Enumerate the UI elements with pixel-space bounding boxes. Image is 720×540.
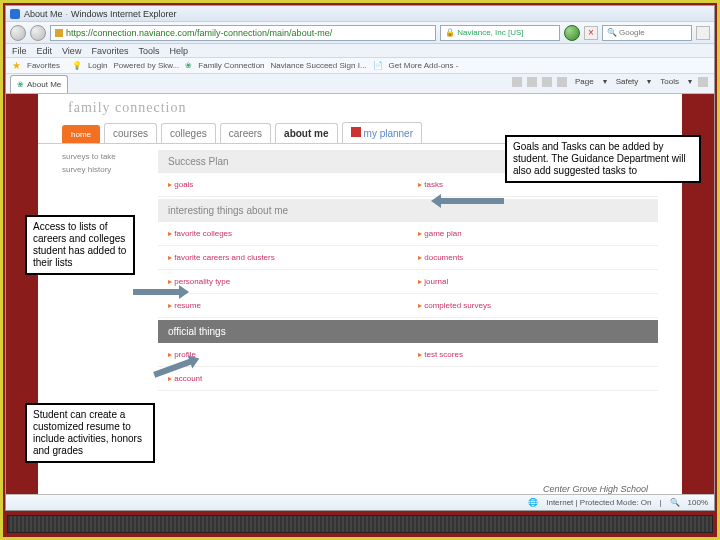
link-goals[interactable]: goals	[168, 178, 398, 191]
link-completed-surveys[interactable]: completed surveys	[418, 299, 648, 312]
tab-about-me[interactable]: about me	[275, 123, 337, 143]
lock-icon	[55, 29, 63, 37]
status-mode: Internet | Protected Mode: On	[546, 498, 651, 507]
link-test-scores[interactable]: test scores	[418, 348, 648, 361]
url-text: https://connection.naviance.com/family-c…	[66, 28, 332, 38]
callout-careers-colleges: Access to lists of careers and colleges …	[25, 215, 135, 275]
tab-label: About Me	[27, 80, 61, 89]
arrow-1	[133, 289, 181, 295]
back-button[interactable]	[10, 25, 26, 41]
refresh-button[interactable]	[564, 25, 580, 41]
search-placeholder: Google	[619, 28, 645, 37]
link-game-plan[interactable]: game plan	[418, 227, 648, 240]
toolbar-page[interactable]: Page	[572, 76, 597, 87]
search-go[interactable]	[696, 26, 710, 40]
url-identity: 🔒 Naviance, Inc [US]	[440, 25, 560, 41]
forward-button[interactable]	[30, 25, 46, 41]
link-resume[interactable]: resume	[168, 299, 398, 312]
browser-tab-active[interactable]: ❀ About Me	[10, 75, 68, 93]
section-interesting: interesting things about me	[158, 199, 658, 222]
planner-icon	[351, 127, 361, 137]
tab-colleges[interactable]: colleges	[161, 123, 216, 143]
taskbar	[7, 515, 713, 533]
url-input[interactable]: https://connection.naviance.com/family-c…	[50, 25, 436, 41]
help-icon[interactable]	[698, 77, 708, 87]
toolbar-tools[interactable]: Tools	[657, 76, 682, 87]
identity-text: Naviance, Inc [US]	[457, 28, 523, 37]
mail-icon[interactable]	[542, 77, 552, 87]
planner-label: my planner	[364, 128, 413, 139]
home-icon[interactable]	[512, 77, 522, 87]
school-name: Center Grove High School	[543, 484, 648, 494]
status-bar: 🌐Internet | Protected Mode: On | 🔍 100%	[6, 494, 714, 510]
favlink-1[interactable]: Powered by Skw...	[113, 61, 179, 70]
link-profile[interactable]: profile	[168, 348, 398, 361]
search-input[interactable]: 🔍Google	[602, 25, 692, 41]
window-title-suffix: Windows Internet Explorer	[71, 9, 177, 19]
navbar: https://connection.naviance.com/family-c…	[6, 22, 714, 44]
tab-careers[interactable]: careers	[220, 123, 271, 143]
sidebar-item-surveys[interactable]: surveys to take	[62, 152, 142, 161]
arrow-3	[439, 198, 504, 204]
link-documents[interactable]: documents	[418, 251, 648, 264]
toolbar-safety[interactable]: Safety	[613, 76, 642, 87]
feeds-icon[interactable]	[527, 77, 537, 87]
menu-tools[interactable]: Tools	[138, 46, 159, 56]
status-zoom[interactable]: 100%	[688, 498, 708, 507]
callout-resume: Student can create a customized resume t…	[25, 403, 155, 463]
page-title: family connection	[38, 94, 682, 122]
favlink-0[interactable]: Login	[88, 61, 108, 70]
link-favorite-careers[interactable]: favorite careers and clusters	[168, 251, 398, 264]
status-zoom-icon[interactable]: 🔍	[670, 498, 680, 507]
stop-button[interactable]: ×	[584, 26, 598, 40]
print-icon[interactable]	[557, 77, 567, 87]
link-personality-type[interactable]: personality type	[168, 275, 398, 288]
menu-favorites[interactable]: Favorites	[91, 46, 128, 56]
ie-icon	[10, 9, 20, 19]
menu-view[interactable]: View	[62, 46, 81, 56]
separator: ·	[66, 9, 69, 19]
tab-my-planner[interactable]: my planner	[342, 122, 422, 143]
window-title-prefix: About Me	[24, 9, 63, 19]
favorites-label: Favorites	[27, 61, 60, 70]
favorites-star-icon[interactable]: ★	[12, 60, 21, 71]
callout-goals-tasks: Goals and Tasks can be added by student.…	[505, 135, 701, 183]
menu-help[interactable]: Help	[169, 46, 188, 56]
link-favorite-colleges[interactable]: favorite colleges	[168, 227, 398, 240]
menubar: File Edit View Favorites Tools Help	[6, 44, 714, 58]
section-official: official things	[158, 320, 658, 343]
tab-courses[interactable]: courses	[104, 123, 157, 143]
sidebar-item-history[interactable]: survey history	[62, 165, 142, 174]
favlink-3[interactable]: Naviance Succeed Sign I...	[271, 61, 367, 70]
link-account[interactable]: account	[168, 372, 398, 385]
menu-file[interactable]: File	[12, 46, 27, 56]
toolbar-right: Page▾ Safety▾ Tools▾	[512, 76, 710, 87]
menu-edit[interactable]: Edit	[37, 46, 53, 56]
link-journal[interactable]: journal	[418, 275, 648, 288]
tab-home[interactable]: home	[62, 125, 100, 143]
titlebar: About Me · Windows Internet Explorer	[6, 6, 714, 22]
favorites-bar: ★ Favorites 💡Login Powered by Skw... ❀Fa…	[6, 58, 714, 74]
favlink-2[interactable]: Family Connection	[198, 61, 264, 70]
main-column: Success Plan goals tasks interesting thi…	[158, 148, 658, 391]
tab-bar: ❀ About Me Page▾ Safety▾ Tools▾	[6, 74, 714, 94]
favlink-4[interactable]: Get More Add-ons -	[389, 61, 459, 70]
